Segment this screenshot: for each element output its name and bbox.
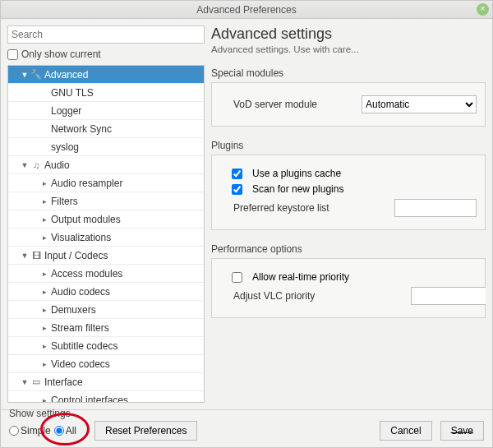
tree-gnutls[interactable]: GNU TLS: [8, 84, 204, 102]
tree-filters[interactable]: ▸Filters: [8, 192, 204, 210]
tree-interface[interactable]: ▼▭Interface: [8, 373, 204, 391]
tree-logger[interactable]: Logger: [8, 102, 204, 120]
adjust-priority-label: Adjust VLC priority: [220, 290, 404, 302]
tree-advanced[interactable]: ▼🔧Advanced: [8, 66, 204, 84]
only-show-current-label: Only show current: [21, 48, 101, 60]
tree-demuxers[interactable]: ▸Demuxers: [8, 301, 204, 319]
film-icon: 🎞: [30, 251, 43, 261]
tree-video-codecs[interactable]: ▸Video codecs: [8, 355, 204, 373]
only-show-current-box[interactable]: [7, 49, 18, 60]
wrench-icon: 🔧: [30, 69, 43, 80]
tree-access-modules[interactable]: ▸Access modules: [8, 265, 204, 283]
tree-subtitle-codecs[interactable]: ▸Subtitle codecs: [8, 337, 204, 355]
tree-input-codecs[interactable]: ▼🎞Input / Codecs: [8, 247, 204, 265]
window-title: Advanced Preferences: [196, 4, 296, 16]
tree-syslog[interactable]: syslog: [8, 138, 204, 156]
section-plugins: Plugins: [211, 140, 486, 151]
tree-output-modules[interactable]: ▸Output modules: [8, 210, 204, 229]
titlebar: Advanced Preferences ×: [1, 1, 492, 19]
adjust-priority-spinner[interactable]: ▲▼: [411, 287, 477, 305]
show-settings-label: Show settings: [9, 408, 197, 419]
tree-audio[interactable]: ▼♫Audio: [8, 156, 204, 174]
search-input[interactable]: [7, 25, 205, 44]
music-note-icon: ♫: [30, 160, 43, 170]
close-icon[interactable]: ×: [477, 3, 489, 16]
show-settings-all-radio[interactable]: All: [54, 425, 76, 436]
section-performance: Performance options: [211, 243, 486, 255]
allow-realtime-checkbox[interactable]: [232, 272, 242, 283]
section-special-modules: Special modules: [211, 67, 486, 79]
tree-stream-filters[interactable]: ▸Stream filters: [8, 319, 204, 337]
scan-new-plugins-label: Scan for new plugins: [252, 183, 343, 195]
window-icon: ▭: [30, 376, 43, 387]
tree-audio-resampler[interactable]: ▸Audio resampler: [8, 174, 204, 192]
save-button[interactable]: Save: [440, 421, 484, 441]
cancel-button[interactable]: Cancel: [380, 421, 431, 441]
settings-tree[interactable]: ▼🔧Advanced GNU TLS Logger Network Sync s…: [7, 65, 205, 403]
preferred-keystore-input[interactable]: [394, 199, 477, 217]
page-subtitle: Advanced settings. Use with care...: [211, 44, 486, 54]
allow-realtime-label: Allow real-time priority: [252, 271, 349, 283]
use-plugins-cache-label: Use a plugins cache: [252, 168, 341, 179]
use-plugins-cache-checkbox[interactable]: [232, 169, 242, 179]
page-title: Advanced settings: [211, 25, 486, 43]
tree-network-sync[interactable]: Network Sync: [8, 120, 204, 138]
show-settings-simple-radio[interactable]: Simple: [9, 425, 51, 436]
only-show-current-checkbox[interactable]: Only show current: [7, 48, 205, 60]
scan-new-plugins-checkbox[interactable]: [232, 184, 242, 195]
tree-audio-codecs[interactable]: ▸Audio codecs: [8, 283, 204, 301]
vod-server-module-combo[interactable]: Automatic: [362, 95, 477, 113]
tree-visualizations[interactable]: ▸Visualizations: [8, 229, 204, 247]
adjust-priority-value[interactable]: [411, 287, 486, 305]
preferred-keystore-label: Preferred keystore list: [220, 202, 388, 214]
reset-preferences-button[interactable]: Reset Preferences: [94, 421, 197, 441]
vod-server-module-label: VoD server module: [220, 99, 355, 110]
tree-control-interfaces[interactable]: ▸Control interfaces: [8, 391, 204, 403]
